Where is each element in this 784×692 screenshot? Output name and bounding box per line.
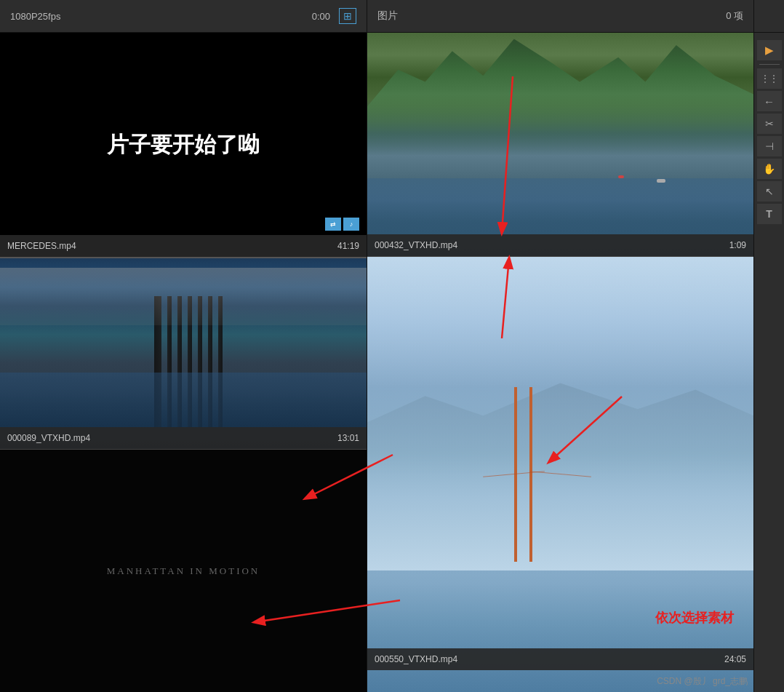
media-footer-fjord: 000432_VTXHD.mp4 1:09 [367,234,753,256]
scissors-button[interactable]: ✂ [757,114,782,134]
media-name-mercedes: MERCEDES.mp4 [7,241,76,251]
mercedes-title-text: 片子要开始了呦 [107,130,260,160]
media-item-mercedes[interactable]: 片子要开始了呦 ⇄ ♪ MERCEDES.mp4 41:19 [0,33,367,258]
media-item-manhattan[interactable]: MANHATTAN IN MOTION [0,450,367,692]
right-panel: 000432_VTXHD.mp4 1:09 [367,33,753,692]
back-button[interactable]: ← [757,91,782,111]
icon-arrows: ⇄ [325,218,341,231]
left-panel: 片子要开始了呦 ⇄ ♪ MERCEDES.mp4 41:19 [0,33,367,692]
media-item-pier[interactable]: 000089_VTXHD.mp4 13:01 [0,258,367,450]
media-footer-pier: 000089_VTXHD.mp4 13:01 [0,427,367,449]
grid-button[interactable]: ⋮⋮ [757,68,782,89]
bracket-button[interactable]: ⊣ [757,136,782,156]
time-display: 0:00 [312,11,330,22]
media-name-pier: 000089_VTXHD.mp4 [7,433,90,443]
right-sidebar: ▶ ⋮⋮ ← ✂ ⊣ ✋ ↖ T [753,33,784,692]
media-duration-mercedes: 41:19 [337,241,359,251]
media-duration-pier: 13:01 [337,433,359,443]
item-count: 0 项 [726,9,743,23]
media-item-fjord[interactable]: 000432_VTXHD.mp4 1:09 [367,33,753,257]
media-duration-fjord: 1:09 [729,240,746,250]
annotation-text-container: 依次选择素材 [655,609,734,627]
icon-audio: ♪ [343,218,359,231]
resolution-label: 1080P25fps [10,11,60,22]
sidebar-separator-1 [759,64,780,65]
pictures-label: 图片 [377,9,398,23]
media-item-bridge[interactable]: 依次选择素材 CSDN @殷丿 grd_志鹏 000550_VTXHD.mp4 … [367,257,753,692]
media-name-bridge: 000550_VTXHD.mp4 [375,654,457,664]
layout-icon[interactable]: ⊞ [339,8,356,24]
manhattan-text: MANHATTAN IN MOTION [107,565,260,577]
left-panel-header: 1080P25fps 0:00 ⊞ [0,0,367,33]
credit-text: CSDN @殷丿 grd_志鹏 [657,675,748,688]
play-button[interactable]: ▶ [757,40,782,60]
media-footer-mercedes: MERCEDES.mp4 41:19 [0,235,367,257]
hand-button[interactable]: ✋ [757,159,782,179]
media-footer-bridge: 000550_VTXHD.mp4 24:05 [367,648,753,670]
media-name-fjord: 000432_VTXHD.mp4 [375,240,457,250]
right-panel-header: 图片 0 项 [367,0,753,33]
text-button[interactable]: T [757,204,782,224]
media-duration-bridge: 24:05 [724,654,746,664]
cursor-button[interactable]: ↖ [757,181,782,202]
